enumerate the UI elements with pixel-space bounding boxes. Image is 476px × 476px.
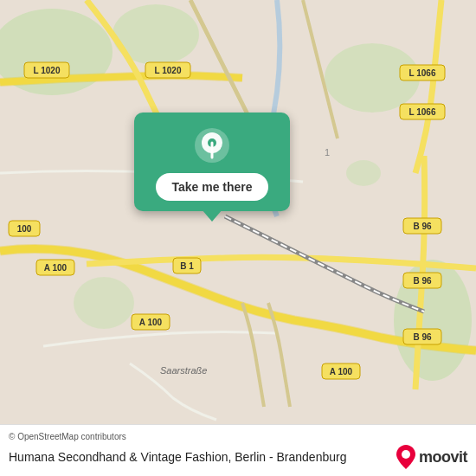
moovit-logo: moovit — [396, 445, 467, 469]
svg-text:B 96: B 96 — [413, 276, 432, 286]
svg-text:L 1020: L 1020 — [155, 66, 182, 75]
svg-point-5 — [74, 277, 134, 329]
svg-text:Saarstraße: Saarstraße — [160, 365, 207, 376]
osm-attribution: © OpenStreetMap contributors — [9, 432, 467, 441]
bottom-bar: © OpenStreetMap contributors Humana Seco… — [0, 424, 476, 476]
svg-text:A 100: A 100 — [44, 263, 68, 273]
location-pin-icon — [193, 126, 231, 164]
svg-text:L 1020: L 1020 — [34, 66, 61, 75]
svg-text:100: 100 — [17, 224, 32, 234]
svg-text:1: 1 — [325, 147, 330, 158]
take-me-there-button[interactable]: Take me there — [156, 173, 267, 201]
location-name: Humana Secondhand & Vintage Fashion, Ber… — [9, 450, 346, 464]
svg-text:L 1066: L 1066 — [409, 107, 436, 117]
moovit-pin-icon — [396, 445, 415, 469]
svg-point-36 — [402, 450, 410, 459]
svg-text:A 100: A 100 — [330, 367, 353, 376]
svg-text:B 96: B 96 — [413, 332, 432, 342]
svg-text:B 1: B 1 — [180, 261, 194, 271]
moovit-brand-text: moovit — [419, 448, 467, 466]
svg-text:A 100: A 100 — [139, 318, 163, 327]
svg-text:B 96: B 96 — [413, 222, 432, 231]
svg-text:L 1066: L 1066 — [409, 68, 436, 78]
svg-point-6 — [346, 160, 381, 186]
location-popup: Take me there — [134, 113, 290, 211]
map-container: L 1020 L 1020 L 1066 L 1066 B 96 B 96 B … — [0, 0, 476, 424]
